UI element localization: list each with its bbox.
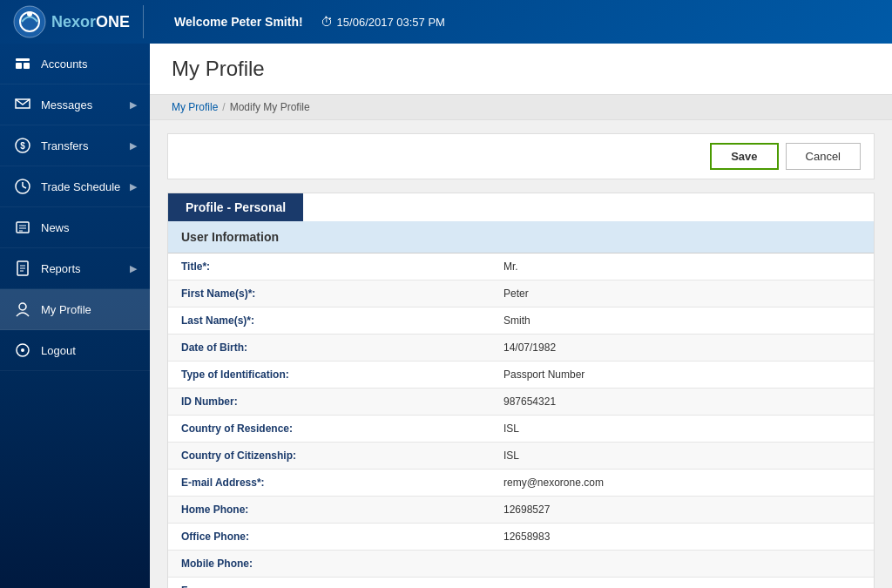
- sidebar-my-profile-label: My Profile: [41, 303, 137, 316]
- messages-icon: [13, 95, 32, 114]
- logo-text: NexorONE: [51, 13, 130, 31]
- field-value: [490, 578, 517, 588]
- svg-point-0: [14, 6, 45, 37]
- field-label: Home Phone:: [168, 497, 490, 523]
- sidebar-item-logout[interactable]: Logout: [0, 330, 150, 371]
- field-label: Date of Birth:: [168, 335, 490, 361]
- field-label: Fax:: [168, 578, 490, 588]
- field-value: Peter: [490, 280, 542, 307]
- sidebar-logout-label: Logout: [41, 344, 137, 357]
- content-area: My Profile My Profile / Modify My Profil…: [150, 44, 892, 588]
- field-value: 14/07/1982: [490, 335, 569, 361]
- sidebar-item-my-profile[interactable]: My Profile: [0, 289, 150, 330]
- user-info-panel: User Information Title*:Mr.First Name(s)…: [168, 221, 874, 588]
- sidebar-item-news[interactable]: News: [0, 207, 150, 248]
- sidebar-item-messages[interactable]: Messages ▶: [0, 84, 150, 125]
- svg-point-21: [21, 348, 24, 352]
- breadcrumb: My Profile / Modify My Profile: [150, 95, 892, 120]
- sidebar-messages-label: Messages: [41, 98, 130, 112]
- reports-arrow-icon: ▶: [130, 263, 137, 274]
- page-title: My Profile: [150, 44, 892, 95]
- field-value: 987654321: [490, 389, 569, 415]
- profile-fields-container: Title*:Mr.First Name(s)*:PeterLast Name(…: [168, 253, 874, 588]
- profile-field-row: Country of Citizenship:ISL: [168, 443, 874, 470]
- field-label: Type of Identification:: [168, 362, 490, 388]
- sidebar-trade-schedule-label: Trade Schedule: [41, 180, 130, 193]
- logo: NexorONE: [13, 5, 144, 38]
- user-info-header: User Information: [168, 221, 874, 253]
- profile-tab: Profile - Personal: [168, 193, 303, 221]
- my-profile-icon: [13, 300, 32, 319]
- clock-icon: ⏱: [321, 15, 333, 29]
- logo-icon: [13, 5, 46, 38]
- field-label: Title*:: [168, 253, 490, 280]
- sidebar-news-label: News: [41, 221, 137, 234]
- save-button[interactable]: Save: [710, 143, 778, 170]
- field-value: 12698527: [490, 497, 563, 523]
- field-label: Last Name(s)*:: [168, 308, 490, 334]
- transfers-icon: $: [13, 136, 32, 155]
- profile-field-row: Last Name(s)*:Smith: [168, 308, 874, 335]
- cancel-button[interactable]: Cancel: [786, 143, 861, 170]
- profile-field-row: Country of Residence:ISL: [168, 416, 874, 443]
- main-layout: Accounts Messages ▶ $ Transfers ▶ Trade …: [0, 44, 892, 588]
- profile-field-row: First Name(s)*:Peter: [168, 280, 874, 308]
- messages-arrow-icon: ▶: [130, 99, 137, 111]
- sidebar-item-trade-schedule[interactable]: Trade Schedule ▶: [0, 166, 150, 207]
- sidebar-item-transfers[interactable]: $ Transfers ▶: [0, 125, 150, 166]
- sidebar-reports-label: Reports: [41, 262, 130, 275]
- svg-rect-5: [24, 63, 30, 69]
- profile-field-row: E-mail Address*:remy@nexorone.com: [168, 470, 874, 497]
- profile-field-row: Title*:Mr.: [168, 253, 874, 280]
- field-value: ISL: [490, 416, 532, 442]
- field-value: Smith: [490, 308, 544, 334]
- svg-point-2: [27, 11, 32, 17]
- logout-icon: [13, 341, 32, 360]
- app-header: NexorONE Welcome Peter Smith! ⏱ 15/06/20…: [0, 0, 892, 44]
- sidebar-item-accounts[interactable]: Accounts: [0, 44, 150, 84]
- profile-field-row: ID Number:987654321: [168, 389, 874, 416]
- svg-line-10: [23, 186, 26, 188]
- news-icon: [13, 218, 32, 237]
- svg-rect-4: [16, 63, 22, 69]
- svg-rect-3: [16, 58, 30, 61]
- sidebar: Accounts Messages ▶ $ Transfers ▶ Trade …: [0, 44, 150, 588]
- content-body: Save Cancel Profile - Personal User Info…: [150, 120, 892, 588]
- profile-field-row: Mobile Phone:: [168, 551, 874, 578]
- field-value: remy@nexorone.com: [490, 470, 617, 496]
- breadcrumb-separator: /: [222, 101, 225, 113]
- field-value: ISL: [490, 443, 532, 469]
- profile-field-row: Type of Identification:Passport Number: [168, 362, 874, 389]
- header-datetime: ⏱ 15/06/2017 03:57 PM: [321, 15, 445, 29]
- accounts-icon: [13, 54, 32, 73]
- field-label: E-mail Address*:: [168, 470, 490, 496]
- form-toolbar: Save Cancel: [167, 133, 875, 179]
- breadcrumb-current: Modify My Profile: [230, 101, 310, 113]
- welcome-text: Welcome Peter Smith!: [174, 15, 303, 29]
- reports-icon: [13, 259, 32, 278]
- profile-section: Profile - Personal User Information Titl…: [167, 193, 875, 588]
- field-value: Mr.: [490, 253, 531, 280]
- svg-point-19: [19, 303, 26, 310]
- profile-field-row: Office Phone:12658983: [168, 524, 874, 551]
- trade-schedule-icon: [13, 177, 32, 196]
- breadcrumb-home[interactable]: My Profile: [172, 101, 218, 113]
- field-label: ID Number:: [168, 389, 490, 415]
- field-label: Office Phone:: [168, 524, 490, 550]
- field-label: First Name(s)*:: [168, 280, 490, 307]
- field-label: Mobile Phone:: [168, 551, 490, 577]
- trade-schedule-arrow-icon: ▶: [130, 181, 137, 193]
- field-value: 12658983: [490, 524, 563, 550]
- sidebar-accounts-label: Accounts: [41, 57, 137, 71]
- field-value: [490, 551, 517, 577]
- field-value: Passport Number: [490, 362, 598, 388]
- profile-field-row: Fax:: [168, 578, 874, 588]
- svg-text:$: $: [20, 141, 25, 151]
- sidebar-item-reports[interactable]: Reports ▶: [0, 248, 150, 289]
- field-label: Country of Citizenship:: [168, 443, 490, 469]
- field-label: Country of Residence:: [168, 416, 490, 442]
- profile-field-row: Date of Birth:14/07/1982: [168, 335, 874, 362]
- sidebar-transfers-label: Transfers: [41, 139, 130, 152]
- transfers-arrow-icon: ▶: [130, 140, 137, 152]
- profile-field-row: Home Phone:12698527: [168, 497, 874, 524]
